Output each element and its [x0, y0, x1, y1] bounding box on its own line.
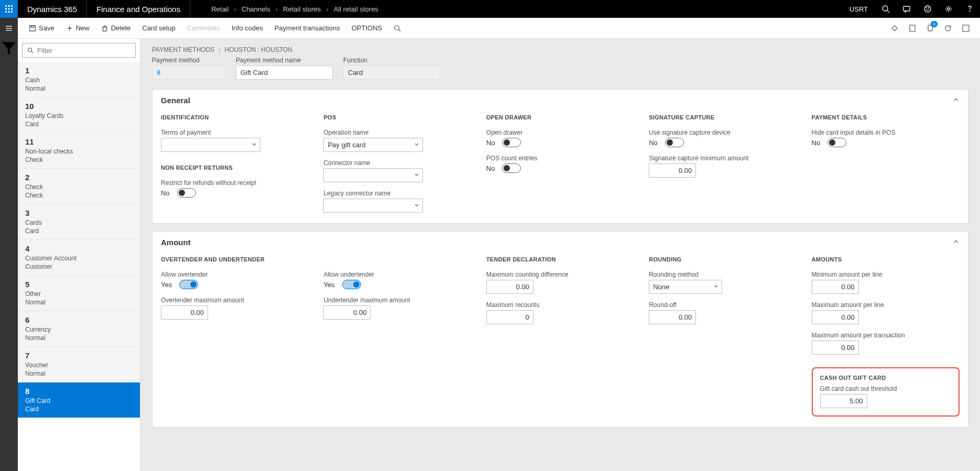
brand-title[interactable]: Dynamics 365 [18, 0, 87, 18]
search-icon[interactable] [875, 0, 896, 18]
max-counting-diff-input[interactable]: 0.00 [486, 280, 533, 294]
delete-button[interactable]: Delete [95, 18, 137, 39]
section-heading: ROUNDING [649, 256, 797, 262]
chevron-up-icon [952, 96, 960, 105]
svg-point-15 [948, 8, 950, 10]
refresh-icon[interactable] [939, 18, 957, 39]
field-label: Legacy connector name [323, 190, 471, 197]
round-off-input[interactable]: 0.00 [649, 310, 696, 324]
section-heading: POS [323, 114, 471, 121]
field-label: Hide card input details in POS [812, 129, 960, 136]
field-label: Signature capture minimum amount [649, 155, 797, 162]
payment-method-field[interactable]: 8 [152, 65, 225, 80]
max-amount-transaction-input[interactable]: 0.00 [812, 341, 859, 355]
card-setup-button[interactable]: Card setup [136, 18, 181, 39]
operation-name-dropdown[interactable]: Pay gift card [323, 138, 423, 152]
max-recounts-input[interactable]: 0 [486, 310, 533, 324]
svg-rect-6 [5, 11, 7, 13]
app-launcher-icon[interactable] [0, 0, 18, 18]
info-codes-button[interactable]: Info codes [226, 18, 269, 39]
signature-min-amount-input[interactable]: 0.00 [649, 163, 696, 178]
notifications-icon[interactable]: 0 [921, 18, 939, 39]
svg-rect-0 [5, 5, 7, 7]
general-card-header[interactable]: General [153, 90, 968, 111]
breadcrumb-item[interactable]: Channels [242, 5, 270, 13]
payment-method-name-field[interactable]: Gift Card [236, 65, 333, 80]
connector-name-dropdown[interactable] [323, 168, 423, 182]
amount-card-header[interactable]: Amount [153, 232, 968, 253]
svg-rect-31 [963, 25, 969, 31]
chevron-up-icon [952, 238, 960, 247]
rounding-method-dropdown[interactable]: None [649, 280, 722, 294]
allow-undertender-toggle[interactable] [342, 280, 361, 289]
svg-line-36 [31, 51, 34, 53]
list-item[interactable]: 3CardsCard [18, 204, 140, 240]
section-heading: CASH OUT GIFT CARD [820, 375, 951, 381]
section-heading: OVERTENDER AND UNDERTENDER [161, 256, 309, 262]
menu-icon[interactable] [0, 18, 18, 39]
amount-card: Amount OVERTENDER AND UNDERTENDER Allow … [152, 231, 968, 428]
field-label: Maximum recounts [486, 301, 634, 309]
save-button[interactable]: Save [23, 18, 60, 39]
breadcrumb-item[interactable]: All retail stores [334, 5, 378, 13]
filter-input[interactable] [37, 47, 131, 54]
list-item[interactable]: 11Non-local checksCheck [18, 133, 140, 169]
signature-device-toggle[interactable] [665, 138, 684, 147]
page-context: PAYMENT METHODS|HOUSTON : HOUSTON [140, 39, 980, 57]
overtender-max-input[interactable]: 0.00 [161, 305, 208, 320]
list-item[interactable]: 8Gift CardCard [18, 382, 140, 418]
list-item[interactable]: 4Customer AccountCustomer [18, 240, 140, 276]
list-item[interactable]: 1CashNormal [18, 62, 140, 97]
field-label: Operation name [323, 129, 471, 136]
chevron-right-icon: › [326, 5, 328, 13]
svg-rect-21 [31, 25, 34, 27]
options-button[interactable]: OPTIONS [346, 18, 388, 39]
undertender-max-input[interactable]: 0.00 [323, 305, 371, 320]
terms-of-payment-dropdown[interactable] [161, 138, 260, 152]
cash-out-highlight: CASH OUT GIFT CARD Gift card cash out th… [812, 367, 960, 417]
office-icon[interactable] [903, 18, 921, 39]
pos-count-toggle[interactable] [502, 163, 521, 173]
messages-icon[interactable] [896, 0, 917, 18]
open-drawer-toggle[interactable] [502, 138, 521, 147]
list-item[interactable]: 6CurrencyNormal [18, 311, 140, 347]
smiley-icon[interactable] [917, 0, 938, 18]
help-icon[interactable] [959, 0, 980, 18]
breadcrumb: Retail › Channels › Retail stores › All … [190, 5, 378, 13]
section-heading: NON RECEIPT RETURNS [161, 165, 309, 171]
allow-overtender-toggle[interactable] [179, 280, 198, 289]
search-action-icon[interactable] [388, 18, 409, 39]
cash-out-threshold-input[interactable]: 5.00 [820, 394, 867, 408]
list-item[interactable]: 5OtherNormal [18, 276, 140, 311]
list-item[interactable]: 10Loyalty CardsCard [18, 97, 140, 133]
content-area: PAYMENT METHODS|HOUSTON : HOUSTON Paymen… [140, 39, 980, 471]
svg-point-12 [924, 6, 931, 12]
filter-input-wrapper[interactable] [22, 43, 136, 58]
app-title: Finance and Operations [87, 0, 190, 18]
breadcrumb-item[interactable]: Retail [211, 5, 228, 13]
breadcrumb-item[interactable]: Retail stores [283, 5, 321, 13]
attach-icon[interactable] [886, 18, 903, 39]
field-label: Maximum counting difference [486, 271, 634, 278]
hide-card-toggle[interactable] [827, 138, 846, 147]
gear-icon[interactable] [938, 0, 959, 18]
legacy-connector-dropdown[interactable] [323, 199, 423, 213]
field-label: Undertender maximum amount [323, 297, 471, 304]
user-label[interactable]: USRT [842, 5, 875, 13]
field-label: Maximum amount per transaction [812, 332, 960, 339]
svg-rect-29 [910, 25, 915, 31]
svg-rect-5 [11, 8, 13, 10]
fullscreen-icon[interactable] [957, 18, 975, 39]
restrict-refunds-toggle[interactable] [177, 188, 196, 198]
list-item[interactable]: 2CheckCheck [18, 169, 140, 204]
filter-rail-icon[interactable] [0, 39, 18, 58]
min-amount-line-input[interactable]: 0.00 [812, 280, 859, 294]
list-rail-icon[interactable] [0, 58, 18, 78]
field-label: Round-off [649, 301, 797, 309]
list-item[interactable]: 7VoucherNormal [18, 347, 140, 382]
field-label: Allow overtender [161, 271, 309, 278]
payment-transactions-button[interactable]: Payment transactions [269, 18, 346, 39]
max-amount-line-input[interactable]: 0.00 [812, 310, 859, 324]
new-button[interactable]: New [60, 18, 95, 39]
chevron-right-icon: › [234, 5, 236, 13]
